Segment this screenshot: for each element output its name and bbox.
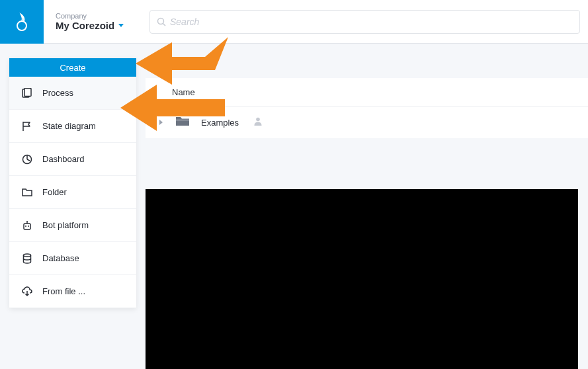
svg-point-12 xyxy=(256,118,260,122)
folder-icon xyxy=(21,186,33,198)
menu-item-state-diagram[interactable]: State diagram xyxy=(9,110,136,143)
svg-point-1 xyxy=(158,18,164,24)
dashboard-icon xyxy=(21,153,33,165)
menu-item-from-file[interactable]: From file ... xyxy=(9,275,136,308)
menu-label: Bot platform xyxy=(42,220,89,230)
menu-item-database[interactable]: Database xyxy=(9,242,136,275)
bot-icon xyxy=(21,220,33,231)
database-icon xyxy=(21,253,33,265)
cloud-download-icon xyxy=(21,286,33,298)
svg-point-10 xyxy=(26,221,28,222)
menu-label: From file ... xyxy=(42,286,85,296)
process-icon xyxy=(21,87,33,99)
flag-icon xyxy=(21,120,33,132)
svg-point-11 xyxy=(24,254,31,257)
svg-point-7 xyxy=(25,226,26,227)
search-icon xyxy=(157,17,166,26)
search-box[interactable] xyxy=(149,10,580,34)
menu-item-process[interactable]: Process xyxy=(9,77,136,110)
create-menu: Process State diagram Dashboard Folder B… xyxy=(9,58,136,308)
menu-item-bot-platform[interactable]: Bot platform xyxy=(9,209,136,242)
annotation-arrow xyxy=(120,85,225,131)
menu-label: Dashboard xyxy=(42,154,85,164)
user-icon xyxy=(247,116,263,128)
svg-rect-6 xyxy=(24,224,30,229)
search-input[interactable] xyxy=(166,17,573,27)
menu-label: Process xyxy=(42,88,73,98)
menu-label: State diagram xyxy=(42,121,96,131)
create-button[interactable]: Create xyxy=(9,58,136,77)
svg-point-0 xyxy=(17,21,26,30)
content-placeholder xyxy=(146,189,578,369)
app-header: Company My Corezoid xyxy=(0,0,588,44)
menu-label: Database xyxy=(42,253,79,263)
svg-rect-4 xyxy=(24,88,31,96)
company-label: Company xyxy=(56,12,138,20)
menu-label: Folder xyxy=(42,187,67,197)
svg-point-8 xyxy=(28,226,29,227)
company-name: My Corezoid xyxy=(56,20,114,31)
flame-icon xyxy=(12,12,32,32)
chevron-down-icon xyxy=(118,24,124,28)
svg-line-2 xyxy=(163,23,166,26)
company-selector[interactable]: Company My Corezoid xyxy=(44,0,149,43)
logo[interactable] xyxy=(0,0,44,44)
menu-item-folder[interactable]: Folder xyxy=(9,176,136,209)
menu-item-dashboard[interactable]: Dashboard xyxy=(9,143,136,176)
